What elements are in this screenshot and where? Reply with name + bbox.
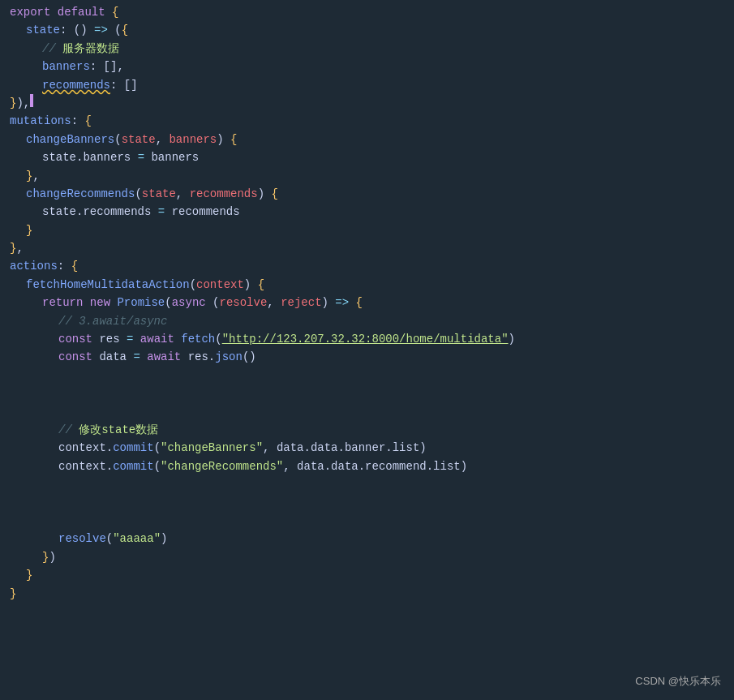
code-line: state.banners = banners [0,148,734,166]
code-line: state.recommends = recommends [0,203,734,221]
code-line: return new Promise(async (resolve, rejec… [0,294,734,311]
code-line: }), [0,94,734,112]
code-line: recommends: [] [0,76,734,94]
code-line [0,367,734,421]
code-line: actions: { [0,257,734,275]
code-editor: export default { state: () => ({ // 服务器数… [0,0,734,606]
code-line: // 修改state数据 [0,421,734,439]
code-line: resolve("aaaaa") [0,530,734,548]
code-line: fetchHomeMultidataAction(context) { [0,276,734,294]
code-line: changeBanners(state, banners) { [0,131,734,148]
code-line: // 3.await/async [0,312,734,330]
code-line: } [0,221,734,239]
code-line: }, [0,167,734,185]
watermark: CSDN @快乐本乐 [635,673,721,690]
code-line: export default { [0,3,734,21]
code-line: // 服务器数据 [0,40,734,58]
code-line: }) [0,548,734,566]
code-line: }, [0,239,734,257]
code-line: } [0,566,734,584]
code-line: const data = await res.json() [0,348,734,366]
code-line: } [0,585,734,603]
code-line: context.commit("changeRecommends", data.… [0,457,734,475]
code-line: banners: [], [0,58,734,75]
code-line: context.commit("changeBanners", data.dat… [0,439,734,457]
code-line: changeRecommends(state, recommends) { [0,185,734,203]
code-line [0,475,734,530]
code-line: state: () => ({ [0,21,734,39]
code-line: mutations: { [0,112,734,130]
code-line: const res = await fetch("http://123.207.… [0,330,734,348]
